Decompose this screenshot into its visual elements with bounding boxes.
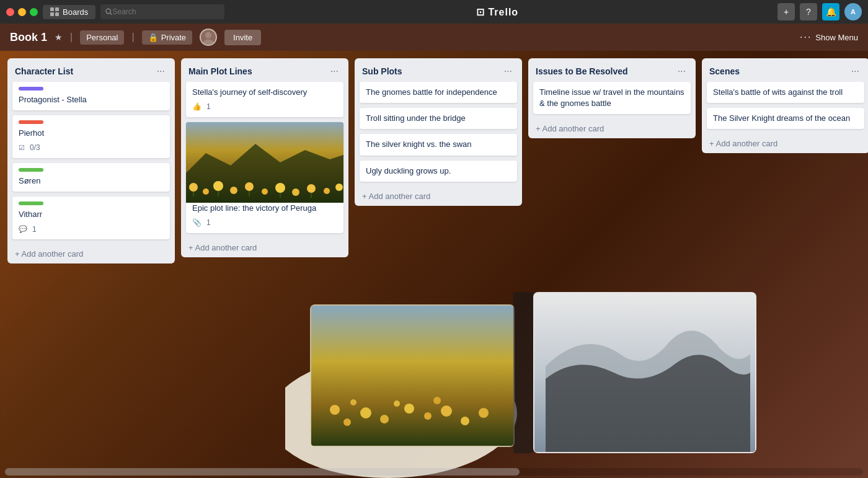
notifications-button[interactable]: 🔔 [822, 3, 839, 20]
card-image-flowers [186, 122, 343, 203]
boards-label: Boards [63, 7, 88, 17]
card-meta-vitharr: 💬 1 [19, 224, 164, 235]
add-card-main-plot[interactable]: + Add another card [181, 238, 348, 257]
checklist-icon: ☑ [19, 143, 25, 153]
card-label-green-vitharr [19, 201, 43, 205]
card-text-stellas-journey: Stella's journey of self-discovery [192, 87, 307, 97]
svg-point-8 [203, 39, 214, 46]
comment-count: 1 [32, 224, 37, 235]
close-button[interactable] [6, 8, 14, 16]
list-scenes: Scenes ··· Stella's battle of wits again… [702, 58, 868, 153]
bell-icon: 🔔 [826, 7, 836, 17]
show-menu-label: Show Menu [815, 33, 858, 42]
boards-button[interactable]: Boards [43, 5, 95, 19]
star-icon[interactable]: ★ [55, 32, 63, 42]
list-menu-icon-main-plot[interactable]: ··· [328, 64, 341, 78]
card-text-gnomes: The gnomes battle for independence [366, 87, 497, 97]
traffic-lights [6, 8, 38, 16]
add-card-label-main-plot: + Add another card [188, 243, 257, 252]
personal-button[interactable]: Personal [80, 30, 124, 45]
list-cards-character-list: Protagonist - Stella Pierhot ☑ 0/3 Søren [7, 82, 175, 244]
user-avatar[interactable]: A [844, 3, 862, 20]
card-text-silver-swan: The silver knight vs. the swan [366, 139, 472, 149]
add-card-label-character-list: + Add another card [15, 249, 83, 259]
private-button[interactable]: 🔒 Private [142, 30, 192, 45]
card-ugly-duckling[interactable]: Ugly duckling grows up. [360, 161, 517, 182]
card-timeline-issue[interactable]: Timeline issue w/ travel in the mountain… [533, 82, 691, 114]
list-header-issues: Issues to Be Resolved ··· [528, 58, 696, 82]
card-silver-knight-ocean[interactable]: The Silver Knight dreams of the ocean [707, 108, 864, 129]
list-menu-icon-issues[interactable]: ··· [675, 64, 688, 78]
maximize-button[interactable] [30, 8, 38, 16]
list-menu-icon-scenes[interactable]: ··· [849, 64, 862, 78]
svg-line-5 [110, 13, 112, 14]
card-stellas-journey[interactable]: Stella's journey of self-discovery 👍 1 [186, 82, 343, 117]
list-title-sub-plots: Sub Plots [362, 66, 502, 76]
add-card-issues[interactable]: + Add another card [528, 119, 696, 138]
list-menu-icon-character-list[interactable]: ··· [154, 64, 167, 78]
search-icon [105, 8, 112, 15]
list-cards-scenes: Stella's battle of wits against the trol… [702, 82, 868, 134]
svg-point-30 [203, 188, 209, 195]
titlebar-actions: + ? 🔔 A [777, 3, 862, 20]
card-epic-plot[interactable]: Epic plot line: the victory of Peruga 📎 … [186, 122, 343, 233]
horizontal-scrollbar[interactable] [5, 468, 863, 476]
card-silver-knight-swan[interactable]: The silver knight vs. the swan [360, 134, 517, 155]
card-meta-pierhot: ☑ 0/3 [19, 143, 164, 153]
card-text-timeline: Timeline issue w/ travel in the mountain… [539, 87, 684, 108]
card-vitharr[interactable]: Vitharr 💬 1 [12, 197, 170, 239]
add-button[interactable]: + [777, 3, 795, 20]
list-cards-main-plot: Stella's journey of self-discovery 👍 1 [181, 82, 348, 238]
add-card-scenes[interactable]: + Add another card [702, 134, 868, 153]
list-sub-plots: Sub Plots ··· The gnomes battle for inde… [355, 58, 522, 206]
card-text-troll: Troll sitting under the bridge [366, 113, 466, 123]
list-menu-icon-sub-plots[interactable]: ··· [502, 64, 515, 78]
show-menu-button[interactable]: ··· Show Menu [800, 32, 858, 43]
card-troll-bridge[interactable]: Troll sitting under the bridge [360, 108, 517, 129]
trello-logo: ⊡ Trello [229, 6, 773, 18]
card-image-svg [186, 122, 343, 203]
help-button[interactable]: ? [800, 3, 817, 20]
lock-icon: 🔒 [148, 33, 158, 42]
search-input[interactable] [112, 7, 219, 16]
svg-rect-2 [50, 12, 54, 16]
svg-text:⊡ Trello: ⊡ Trello [476, 7, 518, 17]
trello-wordmark: ⊡ Trello [476, 6, 526, 18]
minimize-button[interactable] [18, 8, 26, 16]
svg-point-34 [262, 188, 268, 195]
card-text-soren: Søren [19, 176, 40, 185]
svg-point-36 [292, 188, 299, 196]
search-bar[interactable] [100, 4, 224, 19]
list-character-list: Character List ··· Protagonist - Stella … [7, 58, 175, 263]
svg-point-31 [213, 181, 223, 191]
card-protagonist[interactable]: Protagonist - Stella [12, 82, 170, 110]
add-card-label-scenes: + Add another card [709, 139, 777, 148]
member-avatar[interactable] [200, 29, 217, 46]
svg-point-33 [245, 182, 254, 191]
board-header: Book 1 ★ | Personal | 🔒 Private Invite ·… [0, 24, 868, 51]
add-card-label-issues: + Add another card [536, 124, 604, 133]
add-card-character-list[interactable]: + Add another card [7, 244, 175, 263]
list-title-issues: Issues to Be Resolved [536, 66, 675, 76]
attachment-icon: 📎 [192, 218, 202, 228]
card-stellas-battle[interactable]: Stella's battle of wits against the trol… [707, 82, 864, 103]
card-soren[interactable]: Søren [12, 163, 170, 192]
card-text-silver-ocean: The Silver Knight dreams of the ocean [713, 113, 850, 123]
scrollbar-thumb[interactable] [5, 468, 520, 476]
svg-rect-0 [50, 7, 54, 11]
card-text-epic-plot: Epic plot line: the victory of Peruga [192, 203, 316, 213]
card-gnomes-battle[interactable]: The gnomes battle for independence [360, 82, 517, 103]
svg-rect-3 [55, 12, 59, 16]
list-header-scenes: Scenes ··· [702, 58, 868, 82]
titlebar: Boards ⊡ Trello + ? 🔔 A [0, 0, 868, 24]
add-card-sub-plots[interactable]: + Add another card [355, 187, 522, 206]
card-text-pierhot: Pierhot [19, 128, 44, 138]
card-text-stellas-battle: Stella's battle of wits against the trol… [713, 87, 843, 97]
dots-icon: ··· [800, 32, 812, 43]
invite-button[interactable]: Invite [224, 30, 261, 45]
card-pierhot[interactable]: Pierhot ☑ 0/3 [12, 115, 170, 158]
card-label-purple [19, 87, 43, 91]
card-text-duckling: Ugly duckling grows up. [366, 166, 451, 175]
checklist-value: 0/3 [30, 143, 40, 153]
svg-point-37 [307, 184, 316, 193]
